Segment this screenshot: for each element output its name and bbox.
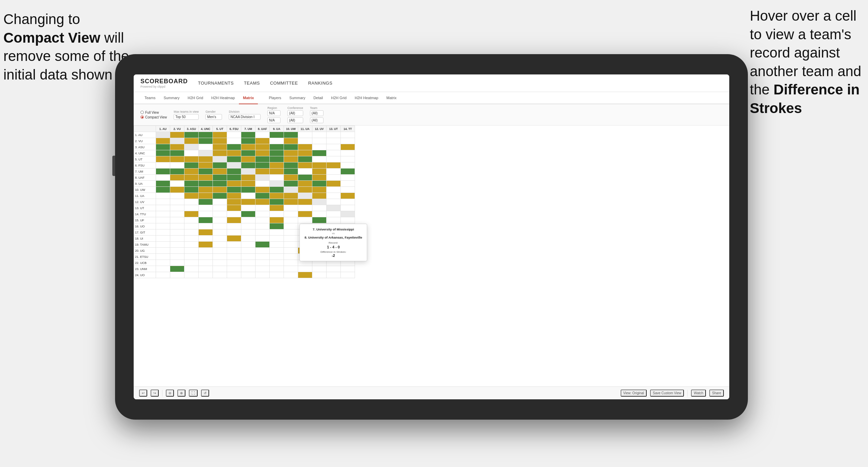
matrix-cell[interactable] [270, 199, 284, 205]
matrix-cell[interactable] [255, 260, 270, 266]
matrix-cell[interactable] [255, 138, 270, 144]
matrix-cell[interactable] [227, 254, 241, 260]
matrix-cell[interactable] [241, 150, 255, 156]
fit-button[interactable]: ⛶ [189, 390, 198, 397]
matrix-cell[interactable] [199, 187, 213, 193]
matrix-cell[interactable] [184, 162, 199, 169]
matrix-cell[interactable] [255, 223, 270, 229]
matrix-cell[interactable] [213, 248, 227, 254]
matrix-cell[interactable] [170, 229, 184, 236]
matrix-cell[interactable] [341, 132, 355, 138]
matrix-cell[interactable] [199, 272, 213, 278]
matrix-cell[interactable] [284, 156, 298, 162]
matrix-cell[interactable] [184, 223, 199, 229]
matrix-cell[interactable] [241, 144, 255, 150]
matrix-cell[interactable] [184, 260, 199, 266]
matrix-cell[interactable] [327, 199, 341, 205]
matrix-cell[interactable] [199, 162, 213, 169]
matrix-cell[interactable] [170, 132, 184, 138]
matrix-cell[interactable] [341, 211, 355, 217]
matrix-cell[interactable] [156, 260, 170, 266]
matrix-cell[interactable] [213, 205, 227, 211]
matrix-cell[interactable] [170, 138, 184, 144]
matrix-cell[interactable] [255, 205, 270, 211]
matrix-cell[interactable] [227, 156, 241, 162]
tab-h2h-grid2[interactable]: H2H Grid [327, 92, 351, 104]
nav-committee[interactable]: COMMITTEE [270, 81, 298, 86]
matrix-cell[interactable] [213, 193, 227, 199]
matrix-cell[interactable] [312, 156, 327, 162]
matrix-cell[interactable] [255, 156, 270, 162]
matrix-cell[interactable] [184, 144, 199, 150]
matrix-cell[interactable] [298, 181, 312, 187]
matrix-cell[interactable] [270, 132, 284, 138]
matrix-cell[interactable] [270, 242, 284, 248]
matrix-cell[interactable] [227, 266, 241, 272]
matrix-cell[interactable] [284, 150, 298, 156]
matrix-cell[interactable] [255, 272, 270, 278]
matrix-cell[interactable] [298, 169, 312, 175]
matrix-cell[interactable] [241, 223, 255, 229]
matrix-cell[interactable] [170, 187, 184, 193]
matrix-cell[interactable] [284, 211, 298, 217]
matrix-cell[interactable] [227, 150, 241, 156]
matrix-cell[interactable] [241, 138, 255, 144]
matrix-cell[interactable] [241, 156, 255, 162]
matrix-cell[interactable] [199, 205, 213, 211]
matrix-cell[interactable] [199, 229, 213, 236]
matrix-cell[interactable] [227, 162, 241, 169]
matrix-cell[interactable] [227, 138, 241, 144]
matrix-cell[interactable] [241, 205, 255, 211]
redo-button[interactable]: ↪ [151, 390, 159, 397]
matrix-cell[interactable] [184, 138, 199, 144]
matrix-cell[interactable] [184, 236, 199, 242]
undo-button[interactable]: ↩ [139, 390, 147, 397]
matrix-cell[interactable] [312, 205, 327, 211]
matrix-cell[interactable] [284, 193, 298, 199]
matrix-cell[interactable] [270, 223, 284, 229]
matrix-cell[interactable] [255, 242, 270, 248]
matrix-cell[interactable] [270, 150, 284, 156]
matrix-cell[interactable] [213, 266, 227, 272]
matrix-cell[interactable] [270, 162, 284, 169]
matrix-cell[interactable] [213, 260, 227, 266]
matrix-cell[interactable] [199, 211, 213, 217]
tab-h2h-heatmap[interactable]: H2H Heatmap [207, 92, 239, 104]
matrix-cell[interactable] [312, 138, 327, 144]
matrix-cell[interactable] [241, 162, 255, 169]
matrix-cell[interactable] [213, 211, 227, 217]
matrix-cell[interactable] [199, 217, 213, 223]
share-button[interactable]: Share [709, 390, 724, 397]
matrix-cell[interactable] [227, 175, 241, 181]
matrix-cell[interactable] [312, 150, 327, 156]
matrix-cell[interactable] [270, 144, 284, 150]
tab-summary[interactable]: Summary [159, 92, 183, 104]
matrix-cell[interactable] [156, 193, 170, 199]
matrix-cell[interactable] [227, 217, 241, 223]
matrix-cell[interactable] [312, 162, 327, 169]
division-select[interactable]: NCAA Division I [229, 114, 261, 120]
matrix-cell[interactable] [213, 242, 227, 248]
matrix-cell[interactable] [298, 144, 312, 150]
matrix-cell[interactable] [199, 199, 213, 205]
matrix-cell[interactable] [227, 205, 241, 211]
matrix-cell[interactable] [156, 223, 170, 229]
matrix-cell[interactable] [327, 132, 341, 138]
matrix-cell[interactable] [156, 242, 170, 248]
matrix-cell[interactable] [156, 229, 170, 236]
matrix-cell[interactable] [184, 254, 199, 260]
matrix-cell[interactable] [241, 175, 255, 181]
tab-detail[interactable]: Detail [309, 92, 327, 104]
nav-teams[interactable]: TEAMS [244, 81, 260, 86]
matrix-cell[interactable] [270, 272, 284, 278]
matrix-cell[interactable] [213, 144, 227, 150]
matrix-cell[interactable] [298, 187, 312, 193]
matrix-cell[interactable] [241, 211, 255, 217]
matrix-cell[interactable] [270, 205, 284, 211]
matrix-cell[interactable] [156, 236, 170, 242]
matrix-cell[interactable] [199, 236, 213, 242]
matrix-cell[interactable] [227, 181, 241, 187]
matrix-cell[interactable] [170, 266, 184, 272]
matrix-cell[interactable] [270, 254, 284, 260]
matrix-cell[interactable] [184, 156, 199, 162]
